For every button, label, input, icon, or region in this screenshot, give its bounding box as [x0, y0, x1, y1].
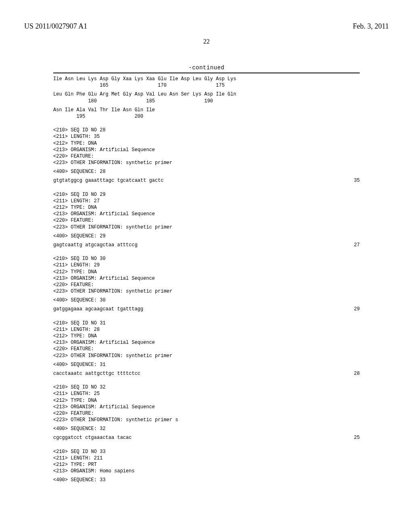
seq-len-32: 25 — [354, 434, 360, 441]
seq-other-31: <223> OTHER INFORMATION: synthetic prime… — [53, 353, 360, 359]
seq-organism-28: <213> ORGANISM: Artificial Sequence — [53, 147, 360, 153]
seq-organism-32: <213> ORGANISM: Artificial Sequence — [53, 404, 360, 410]
seq-text-29: gagtcaattg atgcagctaa atttccg — [53, 242, 138, 248]
page: US 2011/0027907 A1 Feb. 3, 2011 22 -cont… — [0, 0, 413, 532]
seq-other-32: <223> OTHER INFORMATION: synthetic prime… — [53, 417, 360, 423]
seq-length-28: <211> LENGTH: 35 — [53, 133, 360, 140]
seq-line-31: cacctaaatc aattgcttgc ttttctcc 28 — [53, 370, 360, 377]
seq-text-32: cgcggatcct ctgaaactaa tacac — [53, 434, 131, 441]
seq-length-31: <211> LENGTH: 28 — [53, 326, 360, 333]
seq-feature-30: <220> FEATURE: — [53, 282, 360, 288]
seq-length-30: <211> LENGTH: 29 — [53, 262, 360, 268]
pos-row-1: 165 170 175 — [53, 82, 360, 89]
seq-feature-31: <220> FEATURE: — [53, 346, 360, 352]
seq-line-32: cgcggatcct ctgaaactaa tacac 25 — [53, 434, 360, 441]
seq-id-28: <210> SEQ ID NO 28 — [53, 127, 360, 133]
seq-text-28: gtgtatggcg gaaatttagc tgcatcaatt gactc — [53, 177, 164, 184]
seq-id-33: <210> SEQ ID NO 33 — [53, 449, 360, 455]
continued-label: -continued — [24, 64, 389, 71]
seq-type-31: <212> TYPE: DNA — [53, 333, 360, 339]
seq-length-32: <211> LENGTH: 25 — [53, 391, 360, 397]
seq-type-29: <212> TYPE: DNA — [53, 204, 360, 211]
seq-line-30: gatggagaaa agcaagcaat tgatttagg 29 — [53, 306, 360, 312]
seq-text-30: gatggagaaa agcaagcaat tgatttagg — [53, 306, 143, 312]
seq-length-33: <211> LENGTH: 211 — [53, 455, 360, 461]
aa-row-1: Ile Asn Leu Lys Asp Gly Xaa Lys Xaa Glu … — [53, 76, 360, 82]
seq-id-32: <210> SEQ ID NO 32 — [53, 384, 360, 391]
seq-label-33: <400> SEQUENCE: 33 — [53, 477, 360, 483]
seq-line-28: gtgtatggcg gaaatttagc tgcatcaatt gactc 3… — [53, 177, 360, 184]
seq-type-32: <212> TYPE: DNA — [53, 397, 360, 404]
seq-feature-29: <220> FEATURE: — [53, 217, 360, 224]
page-number: 22 — [24, 38, 389, 45]
seq-organism-33: <213> ORGANISM: Homo sapiens — [53, 468, 360, 474]
seq-id-31: <210> SEQ ID NO 31 — [53, 320, 360, 326]
sequence-listing: Ile Asn Leu Lys Asp Gly Xaa Lys Xaa Glu … — [53, 76, 360, 484]
header-row: US 2011/0027907 A1 Feb. 3, 2011 — [24, 22, 389, 31]
pos-row-3: 195 200 — [53, 113, 360, 120]
seq-type-33: <212> TYPE: PRT — [53, 461, 360, 468]
seq-label-31: <400> SEQUENCE: 31 — [53, 362, 360, 368]
seq-organism-31: <213> ORGANISM: Artificial Sequence — [53, 339, 360, 346]
seq-feature-28: <220> FEATURE: — [53, 153, 360, 160]
seq-id-29: <210> SEQ ID NO 29 — [53, 191, 360, 198]
seq-label-29: <400> SEQUENCE: 29 — [53, 233, 360, 239]
seq-other-30: <223> OTHER INFORMATION: synthetic prime… — [53, 288, 360, 295]
seq-len-28: 35 — [354, 177, 360, 184]
seq-label-32: <400> SEQUENCE: 32 — [53, 426, 360, 432]
seq-line-29: gagtcaattg atgcagctaa atttccg 27 — [53, 242, 360, 248]
seq-type-30: <212> TYPE: DNA — [53, 269, 360, 275]
aa-row-3: Asn Ile Ala Val Thr Ile Asn Gln Ile — [53, 107, 360, 113]
seq-label-28: <400> SEQUENCE: 28 — [53, 168, 360, 175]
seq-len-30: 29 — [354, 306, 360, 312]
publication-id: US 2011/0027907 A1 — [24, 22, 87, 31]
seq-organism-29: <213> ORGANISM: Artificial Sequence — [53, 211, 360, 217]
top-divider — [53, 73, 360, 73]
seq-length-29: <211> LENGTH: 27 — [53, 198, 360, 204]
publication-date: Feb. 3, 2011 — [353, 22, 389, 31]
seq-other-29: <223> OTHER INFORMATION: synthetic prime… — [53, 224, 360, 231]
seq-len-31: 28 — [354, 370, 360, 377]
seq-feature-32: <220> FEATURE: — [53, 410, 360, 417]
seq-other-28: <223> OTHER INFORMATION: synthetic prime… — [53, 160, 360, 166]
seq-text-31: cacctaaatc aattgcttgc ttttctcc — [53, 370, 140, 377]
seq-type-28: <212> TYPE: DNA — [53, 140, 360, 147]
pos-row-2: 180 185 190 — [53, 98, 360, 104]
aa-row-2: Leu Gln Phe Glu Arg Met Gly Asp Val Leu … — [53, 91, 360, 98]
seq-id-30: <210> SEQ ID NO 30 — [53, 256, 360, 262]
seq-label-30: <400> SEQUENCE: 30 — [53, 297, 360, 303]
seq-len-29: 27 — [354, 242, 360, 248]
seq-organism-30: <213> ORGANISM: Artificial Sequence — [53, 275, 360, 282]
